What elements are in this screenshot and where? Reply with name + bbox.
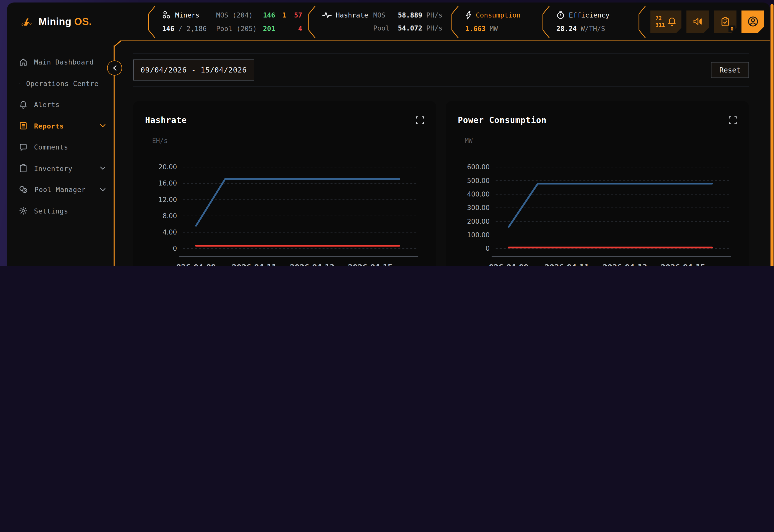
svg-text:0: 0 (486, 245, 490, 252)
header-miners-stats: Miners MOS (204) 146 1 57 146/2,186 Pool… (156, 11, 307, 33)
header-efficiency-stats: Efficiency 28.24 W/TH/S (550, 11, 637, 33)
svg-text:12.00: 12.00 (158, 196, 177, 203)
miners-mos-warning: 1 (279, 11, 286, 19)
svg-text:16.00: 16.00 (158, 179, 177, 187)
sidebar-item-settings[interactable]: Settings (7, 200, 114, 221)
card-title: Power Consumption (458, 115, 547, 125)
sidebar-item-label: Settings (34, 207, 68, 215)
comments-bubble-icon (19, 143, 28, 151)
sidebar-item-alerts[interactable]: Alerts (7, 94, 114, 115)
svg-text:200.00: 200.00 (467, 218, 490, 225)
svg-text:2026-04-15: 2026-04-15 (661, 263, 705, 266)
header-divider (307, 3, 316, 41)
miners-mos-error: 57 (290, 11, 302, 19)
svg-text:026-04-09: 026-04-09 (489, 263, 529, 266)
sound-button[interactable] (686, 10, 709, 33)
hashrate-label: Hashrate (336, 11, 368, 19)
hashrate-mos-value: 58.889 (395, 11, 422, 19)
header-divider (450, 3, 459, 41)
header-divider (147, 3, 156, 41)
svg-text:600.00: 600.00 (467, 163, 490, 171)
user-icon (747, 15, 759, 27)
card-title: Hashrate (145, 115, 187, 125)
notifications-button[interactable]: 72311 (650, 10, 681, 33)
efficiency-label: Efficiency (569, 11, 610, 19)
expand-icon[interactable] (728, 116, 737, 124)
sidebar-item-label: Comments (34, 143, 68, 151)
notification-counts: 72311 (655, 15, 665, 28)
sidebar-item-label: Alerts (34, 101, 60, 109)
header-consumption-stats: Consumption 1.663 MW (459, 11, 541, 32)
svg-text:20.00: 20.00 (158, 163, 177, 171)
clipboard-check-icon (721, 17, 729, 26)
chevron-down-icon (100, 188, 106, 191)
logo: Mining OS. (20, 15, 92, 28)
operations-box-icon (19, 79, 20, 88)
sidebar-item-label: Reports (34, 122, 64, 130)
reset-button[interactable]: Reset (711, 62, 749, 78)
stopwatch-icon (556, 11, 565, 19)
svg-text:2026-04-15: 2026-04-15 (348, 263, 393, 266)
alerts-bell-icon (19, 101, 28, 109)
account-button[interactable] (741, 10, 764, 33)
sidebar-item-reports[interactable]: Reports (7, 115, 114, 137)
header-buttons: 72311 (650, 10, 764, 33)
sidebar-item-label: Operations Centre (26, 79, 99, 87)
consumption-value: 1.663 (465, 24, 486, 32)
header-accent-border (120, 40, 770, 41)
mining-os-app: Mining OS. Miners MOS (204) 146 1 57 (0, 0, 774, 266)
header: Mining OS. Miners MOS (204) 146 1 57 (7, 3, 770, 41)
hashrate-pool-value: 54.072 (395, 24, 422, 32)
miners-total: 146/2,186 (162, 25, 212, 33)
page-scrollbar[interactable] (770, 4, 773, 266)
date-range-input[interactable] (133, 59, 254, 81)
sidebar-item-main-dashboard[interactable]: Main Dashboard (7, 51, 114, 73)
consumption-label: Consumption (476, 11, 521, 19)
miners-pool-group: Pool (205) (216, 25, 256, 33)
miners-icon (162, 11, 171, 19)
hashrate-card: Hashrate EH/s20.0016.0012.008.004.000026… (133, 101, 436, 266)
inventory-clipboard-icon (19, 164, 28, 173)
reports-file-icon (19, 122, 28, 130)
sidebar-item-operations-centre[interactable]: Operations Centre (7, 73, 114, 94)
miners-mos-group: MOS (204) (216, 11, 256, 19)
app-panel: Mining OS. Miners MOS (204) 146 1 57 (7, 3, 770, 266)
miners-pool-error: 4 (290, 25, 302, 33)
sidebar-item-comments[interactable]: Comments (7, 137, 114, 158)
svg-text:2026-04-11: 2026-04-11 (545, 263, 589, 266)
svg-text:EH/s: EH/s (152, 137, 168, 145)
svg-text:8.00: 8.00 (163, 212, 177, 220)
header-divider (637, 3, 646, 41)
sidebar-item-label: Pool Manager (35, 186, 86, 194)
tasks-badge: 0 (728, 25, 735, 32)
hashrate-chart: EH/s20.0016.0012.008.004.000026-04-09202… (145, 131, 424, 266)
bell-icon (667, 17, 676, 26)
collapse-chevron-icon (112, 65, 117, 71)
activity-icon (322, 11, 332, 19)
svg-text:500.00: 500.00 (467, 177, 490, 185)
miners-mos-online: 146 (260, 11, 275, 19)
sidebar-item-pool-manager[interactable]: Pool Manager (7, 179, 114, 200)
main-content: Reset Hashrate EH/s20.0016.0012.008.004.… (114, 41, 770, 266)
header-hashrate-stats: Hashrate MOS 58.889 PH/s Pool 54.072 PH/… (316, 11, 450, 32)
miners-pool-online: 201 (260, 25, 275, 33)
tasks-button[interactable]: 0 (714, 10, 736, 33)
svg-text:2026-04-13: 2026-04-13 (603, 263, 647, 266)
speaker-icon (693, 17, 703, 26)
sidebar-accent-border (114, 45, 114, 266)
power-consumption-card: Power Consumption MW600.00500.00400.0030… (446, 101, 749, 266)
sidebar-item-label: Main Dashboard (34, 58, 94, 66)
sidebar-item-label: Inventory (34, 165, 73, 173)
svg-text:4.00: 4.00 (163, 229, 177, 236)
svg-text:2026-04-13: 2026-04-13 (290, 263, 334, 266)
sidebar-collapse-button[interactable] (107, 61, 122, 75)
sidebar: Main Dashboard Operations Centre Alerts … (7, 41, 114, 266)
filter-toolbar: Reset (133, 53, 749, 87)
app-title: Mining OS. (39, 16, 92, 27)
efficiency-value: 28.24 (556, 25, 577, 33)
sidebar-item-inventory[interactable]: Inventory (7, 158, 114, 179)
svg-text:400.00: 400.00 (467, 191, 490, 198)
expand-icon[interactable] (416, 116, 424, 124)
logo-bolt-icon (20, 15, 34, 28)
svg-text:MW: MW (465, 137, 473, 145)
